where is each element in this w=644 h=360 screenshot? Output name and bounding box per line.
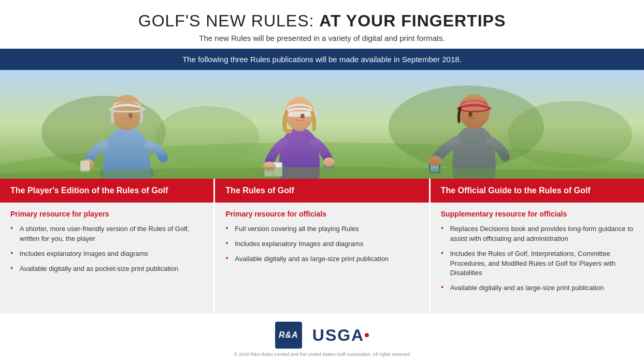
rules-of-golf-col: The Rules of Golf Primary resource for o… [215,179,430,313]
info-section: The Player's Edition of the Rules of Gol… [0,179,644,313]
guide-bullet-1: Replaces Decisions book and provides lon… [441,224,634,244]
rules-of-golf-header: The Rules of Golf [215,179,428,203]
footer-copyright: © 2018 R&A Rules Limited and the United … [234,352,410,357]
players-edition-col: The Player's Edition of the Rules of Gol… [0,179,215,313]
ra-logo-text: R&A [279,330,298,340]
blue-banner: The following three Rules publications w… [0,49,644,70]
ra-logo: R&A [275,322,302,349]
guide-bullet-3: Available digitally and as large-size pr… [441,283,634,293]
players-bullet-1: A shorter, more user-friendly version of… [10,224,203,244]
usga-logo: USGA [312,326,369,345]
svg-point-14 [300,114,305,119]
title-normal: GOLF'S NEW RULES: [138,11,320,30]
svg-rect-11 [80,161,90,172]
guide-bullet-2: Includes the Rules of Golf, Interpretati… [441,249,634,279]
svg-point-3 [155,106,259,168]
footer: R&A USGA © 2018 R&A Rules Limited and th… [0,313,644,360]
usga-logo-text: USGA [312,326,364,345]
svg-point-19 [323,157,335,167]
players-edition-body: Primary resource for players A shorter, … [0,203,213,313]
players-bullet-3: Available digitally and as pocket-size p… [10,264,203,274]
officials-supplementary-label: Supplementary resource for officials [441,210,634,218]
rules-bullet-3: Available digitally and as large-size pr… [225,254,418,264]
official-guide-header: The Official Guide to the Rules of Golf [431,179,644,203]
page-header: GOLF'S NEW RULES: AT YOUR FINGERTIPS The… [0,0,644,49]
rules-bullet-1: Full version covering all the playing Ru… [225,224,418,234]
people-figures [0,70,644,179]
title-bold: AT YOUR FINGERTIPS [319,11,506,30]
svg-point-25 [428,156,442,166]
players-edition-header: The Player's Edition of the Rules of Gol… [0,179,213,203]
header-subtitle: The new Rules will be presented in a var… [10,34,634,42]
players-resource-label: Primary resource for players [10,210,203,218]
official-guide-col: The Official Guide to the Rules of Golf … [431,179,644,313]
rules-bullet-2: Includes explanatory Images and diagrams [225,239,418,249]
page-title: GOLF'S NEW RULES: AT YOUR FINGERTIPS [10,11,634,31]
svg-point-5 [508,101,632,168]
players-bullet-2: Includes explanatory Images and diagrams [10,249,203,259]
officials-primary-label: Primary resource for officials [225,210,418,218]
footer-logos: R&A USGA [275,322,369,349]
svg-point-9 [128,113,133,118]
rules-bullet-list: Full version covering all the playing Ru… [225,224,418,264]
usga-dot [365,333,369,337]
svg-point-22 [468,112,473,117]
guide-bullet-list: Replaces Decisions book and provides lon… [441,224,634,293]
official-guide-body: Supplementary resource for officials Rep… [431,203,644,313]
photo-section [0,70,644,179]
svg-point-8 [111,95,142,130]
players-bullet-list: A shorter, more user-friendly version of… [10,224,203,273]
rules-of-golf-body: Primary resource for officials Full vers… [215,203,428,313]
